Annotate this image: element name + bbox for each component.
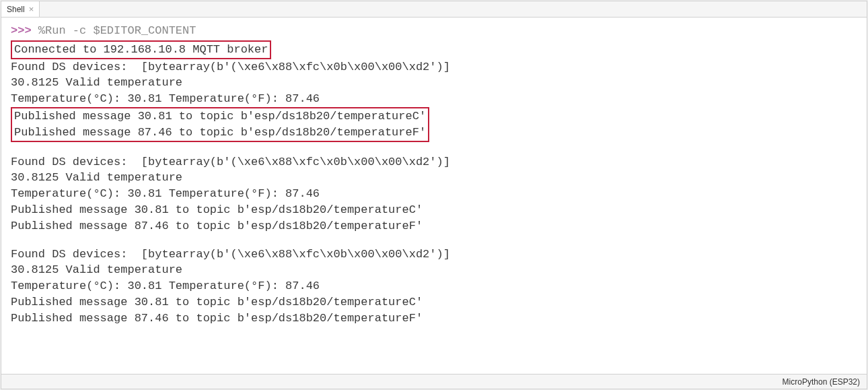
valid-temp-line: 30.8125 Valid temperature bbox=[11, 75, 857, 91]
prompt-line: >>> %Run -c $EDITOR_CONTENT bbox=[11, 23, 857, 39]
tab-bar: Shell × bbox=[1, 1, 867, 18]
found-devices-line: Found DS devices: [bytearray(b'(\xe6\x88… bbox=[11, 59, 857, 75]
output-block-3: Found DS devices: [bytearray(b'(\xe6\x88… bbox=[11, 247, 857, 327]
output-block-1: Connected to 192.168.10.8 MQTT broker Fo… bbox=[11, 40, 857, 142]
published-f-line: Published message 87.46 to topic b'esp/d… bbox=[14, 125, 426, 141]
output-block-2: Found DS devices: [bytearray(b'(\xe6\x88… bbox=[11, 154, 857, 234]
tab-shell[interactable]: Shell × bbox=[1, 1, 40, 17]
temperature-line: Temperature(°C): 30.81 Temperature(°F): … bbox=[11, 186, 857, 202]
published-c-line: Published message 30.81 to topic b'esp/d… bbox=[14, 108, 426, 125]
highlight-connected: Connected to 192.168.10.8 MQTT broker bbox=[11, 40, 271, 59]
highlight-published: Published message 30.81 to topic b'esp/d… bbox=[11, 107, 857, 142]
close-icon[interactable]: × bbox=[29, 5, 34, 13]
prompt-chevrons: >>> bbox=[11, 24, 32, 37]
published-f-line: Published message 87.46 to topic b'esp/d… bbox=[11, 218, 857, 234]
valid-temp-line: 30.8125 Valid temperature bbox=[11, 262, 857, 278]
interpreter-label[interactable]: MicroPython (ESP32) bbox=[783, 377, 860, 387]
prompt-command: %Run -c $EDITOR_CONTENT bbox=[38, 24, 196, 37]
found-devices-line: Found DS devices: [bytearray(b'(\xe6\x88… bbox=[11, 154, 857, 170]
published-f-line: Published message 87.46 to topic b'esp/d… bbox=[11, 311, 857, 327]
connected-line: Connected to 192.168.10.8 MQTT broker bbox=[11, 40, 857, 59]
temperature-line: Temperature(°C): 30.81 Temperature(°F): … bbox=[11, 91, 857, 107]
tab-label: Shell bbox=[7, 5, 25, 14]
temperature-line: Temperature(°C): 30.81 Temperature(°F): … bbox=[11, 278, 857, 294]
found-devices-line: Found DS devices: [bytearray(b'(\xe6\x88… bbox=[11, 247, 857, 263]
published-c-line: Published message 30.81 to topic b'esp/d… bbox=[11, 294, 857, 311]
shell-output-area[interactable]: >>> %Run -c $EDITOR_CONTENT Connected to… bbox=[1, 18, 867, 374]
valid-temp-line: 30.8125 Valid temperature bbox=[11, 170, 857, 186]
published-c-line: Published message 30.81 to topic b'esp/d… bbox=[11, 202, 857, 218]
status-bar: MicroPython (ESP32) bbox=[1, 374, 867, 389]
shell-panel: Shell × >>> %Run -c $EDITOR_CONTENT Conn… bbox=[1, 1, 867, 389]
